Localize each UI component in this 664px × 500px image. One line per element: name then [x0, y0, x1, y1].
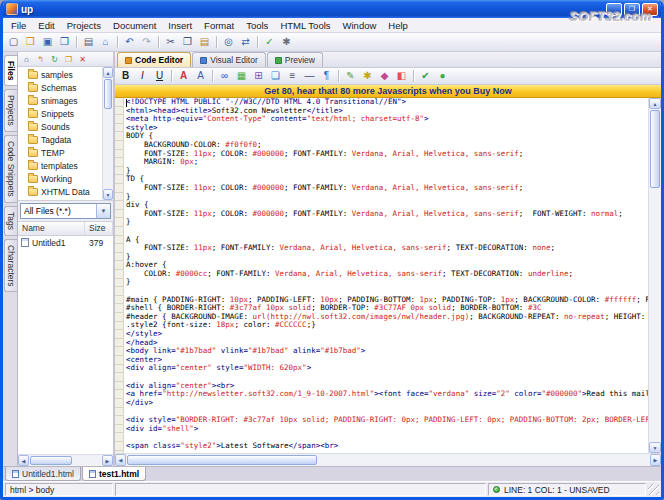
code-line[interactable]: <div style="BORDER-RIGHT: #3c77af 10px s…: [126, 416, 648, 425]
side-tab-files[interactable]: Files: [4, 55, 17, 86]
scrollbar-thumb[interactable]: [650, 110, 660, 188]
scroll-up-button[interactable]: ▲: [649, 98, 661, 109]
tree-item-tagdata[interactable]: Tagdata: [18, 133, 102, 146]
new-document-icon[interactable]: ▢: [5, 34, 22, 50]
font-color-icon[interactable]: A: [175, 68, 192, 84]
preview-in-browser-icon[interactable]: ⌂: [97, 34, 114, 50]
code-line[interactable]: <span class="style2">Latest Software</sp…: [126, 442, 648, 451]
bold-icon[interactable]: B: [117, 68, 134, 84]
new-folder-icon[interactable]: ❒: [62, 53, 75, 65]
title-bar[interactable]: up _ ❐ ✕: [3, 0, 661, 18]
find-icon[interactable]: ◎: [220, 34, 237, 50]
insert-table-icon[interactable]: ⊞: [250, 68, 267, 84]
copy-icon[interactable]: ❐: [179, 34, 196, 50]
horizontal-rule-icon[interactable]: —: [301, 68, 318, 84]
scrollbar-track[interactable]: [103, 78, 113, 189]
code-content[interactable]: <!DOCTYPE HTML PUBLIC "-//W3C//DTD HTML …: [126, 98, 648, 453]
scroll-left-button[interactable]: ◀: [18, 455, 29, 466]
cut-icon[interactable]: ✂: [162, 34, 179, 50]
insert-style-icon[interactable]: ◆: [376, 68, 393, 84]
column-header-name[interactable]: Name: [18, 222, 85, 235]
tree-item-samples[interactable]: samples: [18, 68, 102, 81]
code-line[interactable]: FONT-SIZE: 11px; FONT-FAMILY: Verdana, A…: [126, 244, 648, 253]
scroll-down-button[interactable]: ▼: [649, 442, 661, 453]
tree-item-snippets[interactable]: Snippets: [18, 107, 102, 120]
settings-icon[interactable]: ✱: [278, 34, 295, 50]
spell-check-icon[interactable]: ✓: [261, 34, 278, 50]
side-tab-tags[interactable]: Tags: [4, 206, 17, 236]
scroll-right-button[interactable]: ▶: [650, 454, 661, 466]
scrollbar-track[interactable]: [29, 455, 102, 466]
menu-help[interactable]: Help: [382, 19, 414, 32]
tab-preview[interactable]: Preview: [267, 52, 323, 67]
delete-icon[interactable]: ✕: [76, 53, 89, 65]
code-line[interactable]: FONT-SIZE: 11px; COLOR: #000000; FONT-FA…: [126, 184, 648, 193]
insert-image-icon[interactable]: ▦: [233, 68, 250, 84]
menu-window[interactable]: Window: [337, 19, 383, 32]
scroll-right-button[interactable]: ▶: [102, 455, 113, 466]
code-line[interactable]: FONT-SIZE: 11px; COLOR: #000000; FONT-FA…: [126, 150, 648, 159]
quick-preview-icon[interactable]: ●: [434, 68, 451, 84]
menu-html-tools[interactable]: HTML Tools: [274, 19, 336, 32]
code-line[interactable]: }: [126, 218, 648, 227]
file-list-row[interactable]: Untitled1379: [18, 236, 113, 249]
code-line[interactable]: <meta http-equiv="Content-Type" content=…: [126, 115, 648, 124]
code-line[interactable]: <div id="shell">: [126, 425, 648, 434]
code-area[interactable]: <!DOCTYPE HTML PUBLIC "-//W3C//DTD HTML …: [124, 98, 648, 453]
insert-list-icon[interactable]: ≡: [284, 68, 301, 84]
insert-div-icon[interactable]: ❏: [267, 68, 284, 84]
code-line[interactable]: MARGIN: 0px;: [126, 158, 648, 167]
print-icon[interactable]: ▤: [80, 34, 97, 50]
tree-item-working[interactable]: Working: [18, 172, 102, 185]
save-all-icon[interactable]: ❐: [56, 34, 73, 50]
code-line[interactable]: <div align="center" style="WIDTH: 620px"…: [126, 364, 648, 373]
menu-projects[interactable]: Projects: [61, 19, 107, 32]
menu-tools[interactable]: Tools: [240, 19, 274, 32]
insert-link-icon[interactable]: ∞: [216, 68, 233, 84]
save-icon[interactable]: ▣: [39, 34, 56, 50]
resize-grip[interactable]: [648, 484, 659, 495]
tab-visual-editor[interactable]: Visual Editor: [192, 52, 266, 67]
tree-scrollbar[interactable]: ▲ ▼: [102, 67, 113, 200]
code-line[interactable]: COLOR: #0000cc; FONT-FAMILY: Verdana, Ar…: [126, 270, 648, 279]
scroll-down-button[interactable]: ▼: [103, 189, 113, 200]
insert-comment-icon[interactable]: ✎: [342, 68, 359, 84]
promo-banner[interactable]: Get 80, hear that! 80 more Javascripts w…: [115, 85, 661, 98]
code-line[interactable]: FONT-SIZE: 11px; COLOR: #000000; FONT-FA…: [126, 210, 648, 219]
code-line[interactable]: </style>: [126, 330, 648, 339]
code-line[interactable]: <a href="http://newsletter.soft32.com/1_…: [126, 390, 648, 399]
tab-code-editor[interactable]: Code Editor: [117, 52, 191, 67]
dropdown-arrow-icon[interactable]: ▼: [96, 204, 110, 218]
column-header-size[interactable]: Size: [85, 222, 113, 235]
tree-item-schemas[interactable]: Schemas: [18, 81, 102, 94]
color-picker-icon[interactable]: ◧: [393, 68, 410, 84]
tree-item-sounds[interactable]: Sounds: [18, 120, 102, 133]
scrollbar-track[interactable]: [649, 109, 661, 442]
menu-insert[interactable]: Insert: [162, 19, 198, 32]
document-tab-untitled1-html[interactable]: Untitled1.html: [5, 467, 81, 481]
files-panel-hscrollbar[interactable]: ◀ ▶: [18, 454, 113, 466]
editor-hscrollbar[interactable]: ◀ ▶: [115, 453, 661, 466]
tag-path[interactable]: html > body: [5, 483, 113, 496]
side-tab-projects[interactable]: Projects: [4, 89, 17, 132]
redo-icon[interactable]: ↷: [138, 34, 155, 50]
code-line[interactable]: }: [126, 253, 648, 262]
code-line[interactable]: }: [126, 278, 648, 287]
code-line[interactable]: </div>: [126, 399, 648, 408]
scrollbar-thumb[interactable]: [127, 455, 317, 465]
tree-item-temp[interactable]: TEMP: [18, 146, 102, 159]
scrollbar-thumb[interactable]: [30, 456, 72, 465]
code-line[interactable]: }: [126, 193, 648, 202]
document-tab-test1-html[interactable]: test1.html: [82, 467, 146, 481]
insert-script-icon[interactable]: ✱: [359, 68, 376, 84]
scroll-left-button[interactable]: ◀: [115, 454, 126, 466]
undo-icon[interactable]: ↶: [121, 34, 138, 50]
code-line[interactable]: <style>: [126, 124, 648, 133]
home-directory-icon[interactable]: ⌂: [20, 53, 33, 65]
side-tab-characters[interactable]: Characters: [4, 239, 17, 293]
code-line[interactable]: [126, 227, 648, 236]
refresh-icon[interactable]: ↻: [48, 53, 61, 65]
tree-item-templates[interactable]: templates: [18, 159, 102, 172]
paste-icon[interactable]: ▤: [196, 34, 213, 50]
menu-format[interactable]: Format: [198, 19, 240, 32]
